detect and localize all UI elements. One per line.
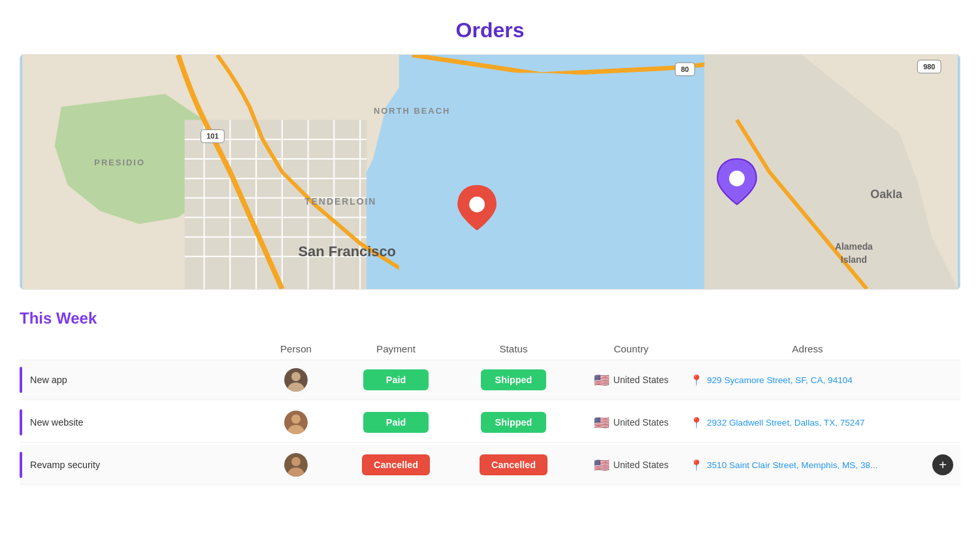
svg-point-39 [291, 415, 301, 424]
header-name [20, 343, 255, 354]
table-row: New app Paid Shipped 🇺🇸 United [20, 360, 960, 400]
row-border-3 [20, 452, 22, 478]
svg-point-35 [729, 171, 745, 186]
svg-point-41 [291, 457, 301, 466]
header-country: Country [572, 343, 690, 354]
row-name-2: New website [20, 409, 255, 435]
table-row: New website Paid Shipped 🇺🇸 Uni [20, 403, 960, 443]
svg-text:101: 101 [206, 132, 218, 140]
address-text-1: 929 Sycamore Street, SF, CA, 94104 [707, 375, 853, 385]
row-border-2 [20, 409, 22, 435]
flag-1: 🇺🇸 [594, 373, 610, 388]
country-col-2: 🇺🇸 United States [572, 415, 690, 430]
flag-3: 🇺🇸 [594, 458, 610, 473]
payment-col-1: Paid [337, 369, 455, 390]
address-text-3: 3510 Saint Clair Street, Memphis, MS, 38… [707, 460, 877, 470]
payment-col-3: Cancelled [337, 454, 455, 475]
status-col-3: Cancelled [455, 454, 572, 475]
table-row: Revamp security Cancelled Cancelled 🇺🇸 [20, 445, 960, 485]
address-col-3: 📍 3510 Saint Clair Street, Memphis, MS, … [690, 459, 925, 471]
status-badge-3: Cancelled [480, 454, 547, 475]
header-status: Status [455, 343, 572, 354]
add-button[interactable]: + [932, 454, 953, 475]
map-container: 80 101 980 PRESIDIO NORTH BEACH TENDERLO… [20, 54, 960, 290]
order-label-3: Revamp security [30, 460, 100, 470]
table-header: Person Payment Status Country Adress [20, 338, 960, 360]
flag-2: 🇺🇸 [594, 415, 610, 430]
address-col-2: 📍 2932 Gladwell Street, Dallas, TX, 7524… [690, 416, 925, 429]
avatar-col-2 [255, 411, 337, 434]
row-name-1: New app [20, 367, 255, 393]
address-icon-2: 📍 [690, 416, 703, 429]
status-badge-2: Shipped [481, 412, 546, 433]
payment-badge-2: Paid [363, 412, 429, 433]
payment-col-2: Paid [337, 412, 455, 433]
svg-text:NORTH BEACH: NORTH BEACH [374, 106, 450, 116]
avatar-col-3 [255, 453, 337, 477]
order-label-2: New website [30, 417, 84, 428]
row-border-1 [20, 367, 22, 393]
add-col-3: + [925, 454, 960, 475]
svg-text:San Francisco: San Francisco [299, 243, 396, 260]
header-address: Adress [690, 343, 925, 354]
svg-text:Island: Island [841, 254, 867, 265]
payment-badge-3: Cancelled [362, 454, 430, 475]
svg-text:80: 80 [681, 65, 689, 73]
address-icon-3: 📍 [690, 459, 703, 471]
header-person: Person [255, 343, 337, 354]
country-col-3: 🇺🇸 United States [572, 458, 690, 473]
header-payment: Payment [337, 343, 455, 354]
row-name-3: Revamp security [20, 452, 255, 478]
page-title: Orders [0, 0, 980, 54]
map-svg: 80 101 980 PRESIDIO NORTH BEACH TENDERLO… [20, 55, 960, 289]
avatar-2 [284, 411, 308, 434]
svg-text:PRESIDIO: PRESIDIO [94, 158, 145, 167]
country-label-2: United States [613, 417, 669, 428]
orders-table: Person Payment Status Country Adress New… [20, 338, 960, 485]
orders-section: This Week Person Payment Status Country … [20, 309, 960, 485]
country-col-1: 🇺🇸 United States [572, 373, 690, 388]
payment-badge-1: Paid [363, 369, 429, 390]
status-col-2: Shipped [455, 412, 572, 433]
status-col-1: Shipped [455, 369, 572, 390]
avatar-1 [284, 368, 308, 392]
country-label-3: United States [613, 460, 669, 470]
address-icon-1: 📍 [690, 374, 703, 386]
avatar-3 [284, 453, 308, 477]
avatar-col-1 [255, 368, 337, 392]
status-badge-1: Shipped [481, 369, 546, 390]
svg-text:Alameda: Alameda [835, 241, 873, 252]
order-label-1: New app [30, 375, 67, 385]
address-text-2: 2932 Gladwell Street, Dallas, TX, 75247 [707, 418, 865, 428]
address-col-1: 📍 929 Sycamore Street, SF, CA, 94104 [690, 374, 925, 386]
section-title: This Week [20, 309, 960, 328]
header-add [925, 343, 960, 354]
svg-point-37 [291, 372, 301, 381]
svg-text:TENDERLOIN: TENDERLOIN [304, 196, 376, 207]
svg-text:Oakla: Oakla [870, 188, 903, 201]
svg-point-34 [469, 197, 485, 212]
country-label-1: United States [613, 375, 669, 385]
svg-text:980: 980 [923, 63, 935, 71]
